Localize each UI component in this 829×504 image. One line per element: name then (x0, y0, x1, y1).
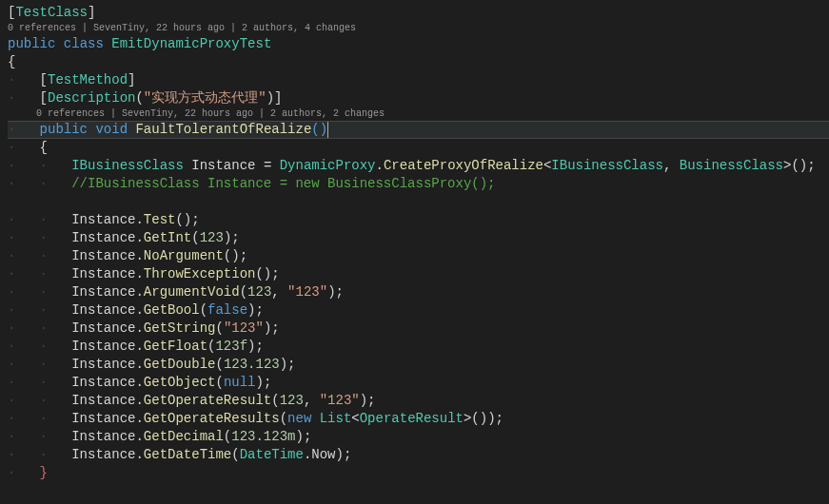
identifier: Instance (71, 393, 135, 408)
number: 123 (200, 230, 224, 245)
code-line[interactable]: · · Instance.GetInt(123); (8, 229, 829, 247)
method-call: GetObject (144, 375, 216, 390)
type: BusinessClass (680, 158, 783, 173)
codelens-method[interactable]: 0 references | SevenTiny, 22 hours ago |… (8, 107, 829, 121)
keyword: class (64, 36, 104, 51)
identifier: Instance (71, 212, 135, 227)
code-line[interactable]: · · Instance.GetString("123"); (8, 320, 829, 338)
keyword: public (8, 36, 55, 51)
comment: //IBusinessClass Instance = new Business… (71, 176, 495, 191)
code-line[interactable]: · } (8, 464, 829, 482)
code-line[interactable]: · · Instance.GetFloat(123f); (8, 338, 829, 356)
code-line[interactable]: · { (8, 139, 829, 157)
code-line[interactable]: · [TestMethod] (8, 71, 829, 89)
type: DateTime (240, 447, 304, 462)
code-line[interactable]: · · Instance.Test(); (8, 211, 829, 229)
method-call: GetDecimal (144, 429, 224, 444)
type: List (320, 411, 352, 426)
identifier: Instance (191, 158, 255, 173)
code-line[interactable]: public class EmitDynamicProxyTest (8, 35, 829, 53)
class-name: EmitDynamicProxyTest (111, 36, 271, 51)
method-call: GetOperateResult (144, 393, 271, 408)
identifier: Instance (71, 266, 135, 281)
method-call: GetBool (144, 302, 200, 318)
property: Now (311, 447, 335, 462)
method-call: GetOperateResults (144, 411, 280, 426)
keyword: public (40, 122, 88, 137)
method-call: GetDateTime (144, 447, 231, 462)
number: 123 (280, 393, 304, 408)
identifier: Instance (71, 375, 135, 390)
code-line[interactable]: · · Instance.GetDecimal(123.123m); (8, 428, 829, 446)
method-call: Test (144, 212, 176, 227)
identifier: Instance (71, 447, 135, 462)
type: DynamicProxy (280, 158, 376, 173)
string: "123" (287, 284, 327, 300)
keyword: void (95, 122, 128, 137)
identifier: Instance (71, 284, 135, 300)
method-call: NoArgument (144, 248, 224, 263)
blank-line[interactable] (8, 193, 829, 211)
code-line[interactable]: · · Instance.ArgumentVoid(123, "123"); (8, 283, 829, 301)
attribute: TestMethod (48, 72, 128, 87)
keyword: new (287, 411, 311, 426)
number: 123.123 (224, 357, 280, 372)
code-line[interactable]: { (8, 53, 829, 71)
code-line[interactable]: · [Description("实现方式动态代理")] (8, 89, 829, 107)
current-line[interactable]: · public void FaultTolerantOfRealize() (8, 121, 829, 139)
identifier: Instance (71, 320, 135, 336)
identifier: Instance (71, 411, 135, 426)
code-line[interactable]: · · Instance.GetOperateResult(123, "123"… (8, 392, 829, 410)
code-line[interactable]: · · Instance.GetObject(null); (8, 374, 829, 392)
number: 123.123m (231, 429, 295, 444)
method-call: ArgumentVoid (144, 284, 240, 300)
identifier: Instance (71, 357, 135, 372)
type: IBusinessClass (551, 158, 663, 173)
type: IBusinessClass (71, 158, 184, 173)
method-name: FaultTolerantOfRealize (135, 122, 311, 137)
identifier: Instance (71, 429, 135, 444)
keyword: null (224, 375, 256, 390)
keyword: false (207, 302, 247, 318)
identifier: Instance (71, 230, 135, 245)
method-call: CreateProxyOfRealize (384, 158, 543, 173)
code-line[interactable]: · · //IBusinessClass Instance = new Busi… (8, 175, 829, 193)
type: OperateResult (360, 411, 464, 426)
code-line[interactable]: · · Instance.GetDouble(123.123); (8, 356, 829, 374)
number: 123f (215, 339, 247, 354)
method-call: GetFloat (144, 339, 207, 354)
identifier: Instance (71, 248, 135, 263)
attribute: Description (48, 90, 135, 106)
code-line[interactable]: · · Instance.ThrowException(); (8, 265, 829, 283)
string: "123" (320, 393, 360, 408)
code-line[interactable]: · · Instance.GetOperateResults(new List<… (8, 410, 829, 428)
code-line[interactable]: [TestClass] (8, 4, 829, 22)
codelens-class[interactable]: 0 references | SevenTiny, 22 hours ago |… (8, 22, 829, 35)
code-line[interactable]: · · Instance.NoArgument(); (8, 247, 829, 265)
method-call: GetString (144, 320, 216, 336)
code-editor[interactable]: [TestClass] 0 references | SevenTiny, 22… (0, 0, 829, 486)
method-call: GetInt (144, 230, 191, 245)
method-call: GetDouble (144, 357, 216, 372)
method-call: ThrowException (144, 266, 256, 281)
string-literal: "实现方式动态代理" (144, 90, 266, 106)
string: "123" (224, 320, 264, 336)
text-cursor (327, 122, 328, 138)
attribute: TestClass (15, 5, 88, 20)
number: 123 (247, 284, 271, 300)
code-line[interactable]: · · Instance.GetBool(false); (8, 301, 829, 320)
identifier: Instance (71, 339, 135, 354)
code-line[interactable]: · · Instance.GetDateTime(DateTime.Now); (8, 446, 829, 464)
code-line[interactable]: · · IBusinessClass Instance = DynamicPro… (8, 157, 829, 175)
identifier: Instance (71, 302, 135, 318)
codelens-text: 0 references | SevenTiny, 22 hours ago |… (36, 108, 385, 119)
